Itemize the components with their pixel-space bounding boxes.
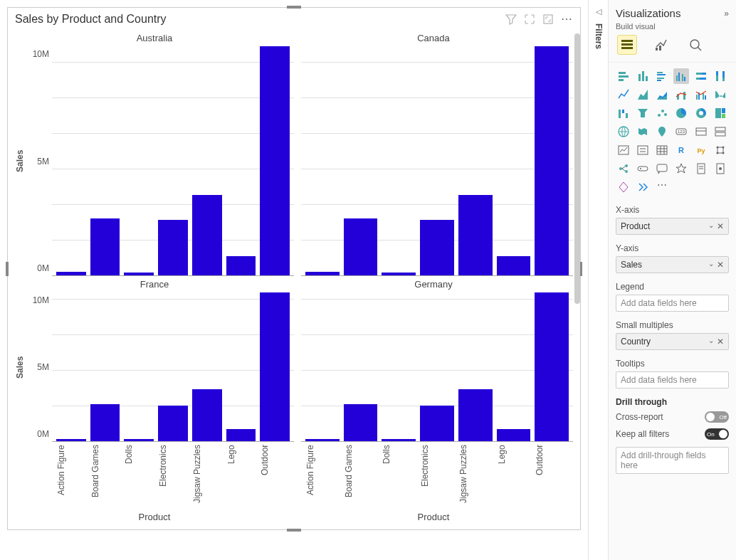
bar-dolls[interactable] (382, 439, 416, 441)
filter-icon[interactable] (505, 14, 517, 25)
viz-paginated-icon[interactable] (693, 161, 709, 176)
yaxis-field-well[interactable]: Sales ⌄✕ (616, 256, 729, 273)
expand-icon[interactable] (542, 14, 554, 25)
chart-scrollbar[interactable] (574, 33, 580, 522)
viz-azure-map-icon[interactable] (654, 124, 670, 139)
bar-electronics[interactable] (158, 406, 188, 442)
viz-slicer-icon[interactable] (635, 142, 651, 158)
viz-clustered-column-icon[interactable] (673, 68, 689, 84)
viz-line-stacked-column-icon[interactable] (673, 87, 689, 102)
bar-action-figure[interactable] (305, 272, 340, 275)
report-canvas[interactable]: Sales by Product and Country ⋯ Australia… (0, 0, 588, 560)
plot-area[interactable] (301, 292, 573, 442)
bar-jigsaw-puzzles[interactable] (192, 389, 222, 441)
bar-lego[interactable] (497, 429, 531, 441)
plot-area[interactable] (301, 46, 573, 276)
viz-waterfall-icon[interactable] (616, 105, 631, 121)
remove-field-icon[interactable]: ✕ (717, 260, 724, 270)
chart-scrollbar-thumb[interactable] (574, 33, 580, 304)
viz-ribbon-icon[interactable] (713, 87, 728, 102)
chart-visual-container[interactable]: Sales by Product and Country ⋯ Australia… (7, 7, 581, 530)
resize-handle-left[interactable] (6, 262, 9, 276)
viz-gauge-icon[interactable]: 123 (673, 124, 689, 139)
tooltips-field-well[interactable]: Add data fields here (616, 371, 729, 389)
format-visual-tab[interactable] (651, 35, 671, 55)
viz-narrative-icon[interactable] (673, 161, 689, 176)
bar-outdoor[interactable] (260, 46, 290, 275)
filters-collapse-icon[interactable]: ◁ (596, 7, 601, 16)
legend-field-well[interactable]: Add data fields here (616, 295, 729, 312)
bar-action-figure[interactable] (56, 439, 86, 441)
viz-treemap-icon[interactable] (713, 105, 728, 121)
remove-field-icon[interactable]: ✕ (717, 221, 724, 231)
viz-filled-map-icon[interactable] (635, 124, 651, 139)
resize-handle-top[interactable] (287, 6, 301, 9)
bar-dolls[interactable] (124, 439, 154, 441)
viz-qa-icon[interactable] (654, 161, 670, 176)
plot-area[interactable] (52, 46, 294, 276)
viz-kpi-icon[interactable] (616, 142, 631, 158)
chevron-down-icon[interactable]: ⌄ (708, 221, 714, 231)
viz-funnel-icon[interactable] (635, 105, 651, 121)
plot-area[interactable] (52, 292, 294, 442)
more-options-icon[interactable]: ⋯ (561, 12, 573, 26)
keep-filters-toggle[interactable]: On (705, 428, 729, 440)
viz-map-icon[interactable] (616, 124, 631, 139)
viz-line-icon[interactable] (616, 87, 631, 102)
viz-decomposition-icon[interactable] (635, 161, 651, 176)
build-visual-tab[interactable] (617, 35, 637, 55)
expand-panel-icon[interactable]: » (724, 9, 729, 19)
drill-through-field-well[interactable]: Add drill-through fields here (616, 447, 729, 474)
bar-board-games[interactable] (344, 218, 378, 276)
remove-field-icon[interactable]: ✕ (717, 337, 724, 347)
bar-electronics[interactable] (420, 406, 454, 442)
chevron-down-icon[interactable]: ⌄ (708, 337, 714, 347)
viz-pie-icon[interactable] (673, 105, 689, 121)
bar-dolls[interactable] (382, 273, 416, 275)
bar-board-games[interactable] (90, 218, 120, 276)
resize-handle-bottom[interactable] (287, 529, 301, 532)
xaxis-field-well[interactable]: Product ⌄✕ (616, 218, 729, 235)
viz-clustered-bar-icon[interactable] (654, 68, 670, 84)
viz-stacked-column-icon[interactable] (635, 68, 651, 84)
bar-action-figure[interactable] (56, 272, 86, 275)
bar-outdoor[interactable] (535, 292, 569, 441)
bar-jigsaw-puzzles[interactable] (458, 389, 493, 441)
viz-donut-icon[interactable] (693, 105, 709, 121)
bar-board-games[interactable] (90, 404, 120, 441)
small-multiples-field-well[interactable]: Country ⌄✕ (616, 333, 729, 350)
viz-python-icon[interactable] (713, 142, 728, 158)
bar-outdoor[interactable] (535, 46, 569, 275)
cross-report-toggle[interactable]: Off (705, 411, 729, 423)
viz-stacked-area-icon[interactable] (654, 87, 670, 102)
bar-lego[interactable] (226, 429, 256, 441)
bar-lego[interactable] (497, 256, 531, 275)
viz-powerautomate-icon[interactable] (616, 179, 631, 195)
bar-action-figure[interactable] (305, 439, 340, 441)
viz-matrix-icon[interactable]: R (673, 142, 689, 158)
focus-mode-icon[interactable] (524, 14, 535, 25)
filters-pane-collapsed[interactable]: ◁ Filters (588, 0, 608, 560)
bar-lego[interactable] (226, 256, 256, 275)
viz-multirow-card-icon[interactable] (713, 124, 728, 139)
viz-line-clustered-column-icon[interactable] (693, 87, 709, 102)
viz-key-influencers-icon[interactable] (616, 161, 631, 176)
viz-card-icon[interactable] (693, 124, 709, 139)
viz-r-script-icon[interactable]: Py (693, 142, 709, 158)
viz-stacked-bar-icon[interactable] (616, 68, 631, 84)
analytics-tab[interactable] (685, 35, 705, 55)
bar-electronics[interactable] (420, 220, 454, 275)
chevron-down-icon[interactable]: ⌄ (708, 260, 714, 270)
bar-electronics[interactable] (158, 220, 188, 275)
viz-scatter-icon[interactable] (654, 105, 670, 121)
viz-custom-icon[interactable] (635, 179, 651, 195)
bar-dolls[interactable] (124, 273, 154, 275)
viz-powerapps-icon[interactable] (713, 161, 728, 176)
bar-board-games[interactable] (344, 404, 378, 441)
bar-jigsaw-puzzles[interactable] (192, 195, 222, 275)
bar-jigsaw-puzzles[interactable] (458, 195, 493, 275)
viz-more-icon[interactable]: ⋯ (654, 179, 671, 195)
viz-100-stacked-column-icon[interactable] (713, 68, 728, 84)
viz-table-icon[interactable] (654, 142, 670, 158)
viz-100-stacked-bar-icon[interactable] (693, 68, 709, 84)
